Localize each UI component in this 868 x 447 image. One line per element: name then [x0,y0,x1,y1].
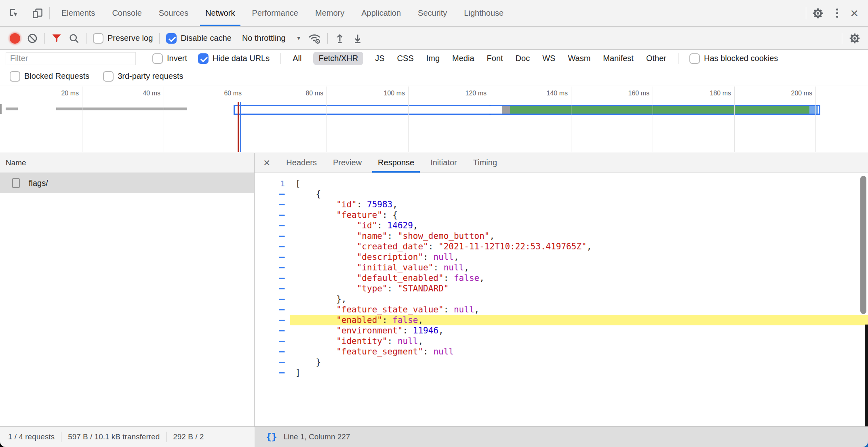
response-body-viewer[interactable]: 1[ { "id": 75983, "feature": { "id": 146… [255,173,868,426]
details-tab-preview[interactable]: Preview [325,153,370,173]
fold-marker-icon[interactable] [279,341,285,342]
gutter[interactable] [255,262,290,273]
import-har-button[interactable] [334,33,346,44]
fold-marker-icon[interactable] [279,362,285,363]
network-conditions-button[interactable] [308,32,321,45]
fold-marker-icon[interactable] [279,320,285,321]
type-filter-css[interactable]: CSS [396,52,415,65]
tab-security[interactable]: Security [409,0,455,26]
type-filter-manifest[interactable]: Manifest [602,52,634,65]
checkbox-unchecked[interactable] [152,53,163,64]
gutter[interactable] [255,294,290,304]
type-filter-font[interactable]: Font [486,52,504,65]
fold-marker-icon[interactable] [279,267,285,268]
name-column-header[interactable]: Name [0,153,254,173]
type-filter-fetch-xhr[interactable]: Fetch/XHR [313,52,363,65]
timeline-overview[interactable]: 20 ms40 ms60 ms80 ms100 ms120 ms140 ms16… [0,86,868,152]
gutter[interactable] [255,210,290,220]
gutter[interactable] [255,231,290,241]
request-overview-bar[interactable] [6,108,18,110]
filter-toggle-button[interactable] [51,33,62,44]
details-tab-initiator[interactable]: Initiator [422,153,465,173]
gutter[interactable] [255,283,290,294]
fold-marker-icon[interactable] [279,278,285,279]
preserve-log-checkbox[interactable]: Preserve log [93,33,153,44]
fold-marker-icon[interactable] [279,330,285,331]
gutter[interactable] [255,220,290,231]
tab-console[interactable]: Console [103,0,150,26]
pretty-print-icon[interactable]: {} [266,432,277,442]
tab-application[interactable]: Application [353,0,409,26]
fold-marker-icon[interactable] [279,194,285,195]
fold-marker-icon[interactable] [279,236,285,237]
vertical-scrollbar-thumb[interactable] [860,176,866,314]
type-filter-wasm[interactable]: Wasm [567,52,591,65]
tab-memory[interactable]: Memory [307,0,353,26]
type-filter-js[interactable]: JS [374,52,385,65]
type-filter-other[interactable]: Other [645,52,667,65]
blocked-requests-checkbox[interactable]: Blocked Requests [10,71,89,82]
line-number[interactable]: 1 [255,178,290,189]
devtools-settings-button[interactable] [806,0,830,26]
device-toolbar-button[interactable] [26,0,49,26]
type-filter-all[interactable]: All [292,52,302,65]
third-party-requests-checkbox[interactable]: 3rd-party requests [103,71,183,82]
has-blocked-cookies-checkbox[interactable]: Has blocked cookies [689,53,778,64]
fold-marker-icon[interactable] [279,246,285,247]
type-filter-img[interactable]: Img [426,52,440,65]
fold-marker-icon[interactable] [279,257,285,258]
selected-request-overview-bar[interactable] [234,105,820,115]
close-details-button[interactable]: × [255,153,278,173]
fold-marker-icon[interactable] [279,288,285,289]
tab-performance[interactable]: Performance [244,0,307,26]
gutter[interactable] [255,315,290,325]
close-devtools-button[interactable]: × [845,0,864,26]
tab-lighthouse[interactable]: Lighthouse [455,0,512,26]
checkbox-unchecked[interactable] [103,71,114,82]
type-filter-media[interactable]: Media [451,52,475,65]
fold-marker-icon[interactable] [279,372,285,373]
request-overview-bar[interactable] [0,104,2,114]
gutter[interactable] [255,336,290,346]
fold-marker-icon[interactable] [279,204,285,205]
more-options-button[interactable] [830,0,845,26]
gutter[interactable] [255,199,290,210]
checkbox-checked[interactable] [198,53,209,64]
record-button[interactable] [10,33,20,44]
details-tab-timing[interactable]: Timing [465,153,505,173]
tab-sources[interactable]: Sources [150,0,197,26]
gutter[interactable] [255,357,290,367]
gutter[interactable] [255,252,290,262]
gutter[interactable] [255,304,290,315]
tab-elements[interactable]: Elements [53,0,103,26]
checkbox-unchecked[interactable] [93,33,103,44]
gutter[interactable] [255,189,290,199]
tab-network[interactable]: Network [197,0,243,26]
gutter[interactable] [255,346,290,357]
hide-data-urls-checkbox[interactable]: Hide data URLs [198,53,270,64]
type-filter-ws[interactable]: WS [541,52,556,65]
search-button[interactable] [68,33,80,44]
clear-button[interactable] [27,33,38,44]
export-har-button[interactable] [352,33,363,44]
fold-marker-icon[interactable] [279,225,285,226]
fold-marker-icon[interactable] [279,309,285,310]
checkbox-unchecked[interactable] [10,71,20,82]
invert-checkbox[interactable]: Invert [152,53,187,64]
request-row-flags[interactable]: flags/ [0,173,254,193]
gutter[interactable] [255,241,290,252]
filter-input[interactable] [6,52,136,65]
gutter[interactable] [255,367,290,378]
disable-cache-checkbox[interactable]: Disable cache [166,33,232,44]
gutter[interactable] [255,325,290,336]
checkbox-unchecked[interactable] [689,53,700,64]
fold-marker-icon[interactable] [279,299,285,300]
fold-marker-icon[interactable] [279,215,285,216]
details-tab-response[interactable]: Response [370,153,422,173]
throttling-dropdown[interactable]: No throttling ▼ [242,34,301,43]
type-filter-doc[interactable]: Doc [515,52,531,65]
network-settings-button[interactable] [849,32,861,44]
checkbox-checked[interactable] [166,33,177,44]
request-overview-bar[interactable] [56,108,187,110]
details-tab-headers[interactable]: Headers [278,153,325,173]
